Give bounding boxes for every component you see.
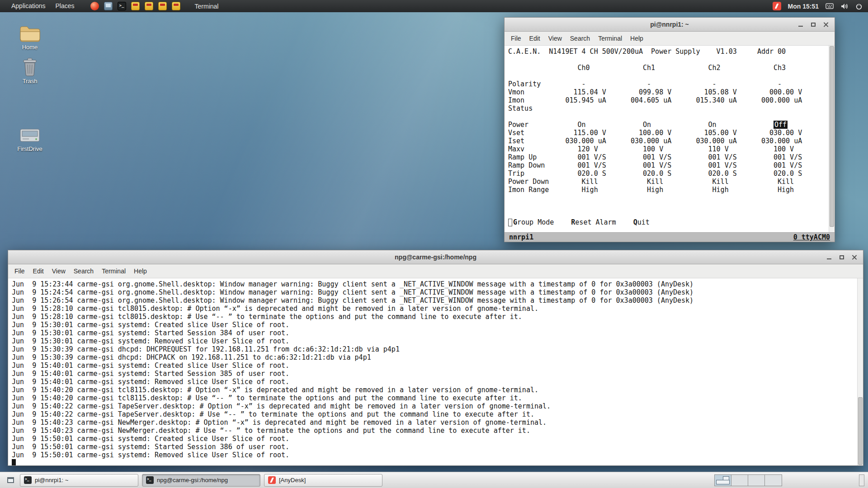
menu-file[interactable]: File: [507, 35, 525, 42]
task-label: [AnyDesk]: [279, 477, 306, 483]
log-scrollbar[interactable]: [857, 278, 863, 465]
menu-search[interactable]: Search: [566, 35, 594, 42]
caen-actions-row: Group ModeReset AlarmQuit: [508, 218, 835, 226]
menu-search[interactable]: Search: [70, 267, 98, 275]
caen-terminal-window: pi@nnrpi1: ~ FileEditViewSearchTerminalH…: [504, 17, 835, 242]
caen-titlebar[interactable]: pi@nnrpi1: ~: [505, 18, 835, 32]
menu-file[interactable]: File: [10, 267, 29, 275]
window-title: pi@nnrpi1: ~: [505, 21, 835, 28]
terminal-icon: [24, 476, 32, 484]
panel-status-area: Mon 15:51: [773, 2, 863, 10]
caen-screen: C.A.E.N. N1419ET 4 CH 500V/200uA Power S…: [505, 46, 835, 194]
minimize-button[interactable]: [825, 253, 834, 262]
terminal-icon: [146, 476, 154, 484]
task-label: npg@carme-gsi:/home/npg: [157, 477, 228, 483]
menu-edit[interactable]: Edit: [525, 35, 544, 42]
panel-terminal-label[interactable]: Terminal: [195, 3, 219, 10]
caen-status-bar: nnrpi1 0 ttyACM0: [505, 232, 835, 242]
removable-drive-icon: [19, 127, 41, 144]
bottom-taskbar: pi@nnrpi1: ~npg@carme-gsi:/home/npg[AnyD…: [0, 472, 868, 488]
window-controls: [796, 20, 835, 29]
window-title: npg@carme-gsi:/home/npg: [8, 253, 863, 261]
scrollbar-thumb[interactable]: [858, 397, 863, 465]
panel-launchers: [90, 2, 180, 10]
trash-icon: [21, 57, 39, 76]
close-button[interactable]: [821, 20, 830, 29]
desktop-icon-label: Home: [8, 44, 52, 51]
log-screen: Jun 9 15:23:44 carme-gsi org.gnome.Shell…: [8, 278, 863, 465]
workspace-mini-window: [716, 480, 730, 484]
menu-view[interactable]: View: [48, 267, 70, 275]
task-button-2[interactable]: [AnyDesk]: [264, 474, 382, 487]
maximize-button[interactable]: [837, 253, 846, 262]
caen-menubar: FileEditViewSearchTerminalHelp: [505, 32, 835, 46]
files-launcher-icon[interactable]: [104, 2, 113, 10]
panel-handle[interactable]: [859, 474, 864, 486]
terminal-launcher-icon[interactable]: [118, 2, 126, 10]
workspace-3[interactable]: [748, 475, 765, 486]
menu-view[interactable]: View: [544, 35, 566, 42]
home-folder-icon: [19, 24, 41, 42]
caen-scrollbar[interactable]: [829, 46, 835, 232]
panel-menu-applications[interactable]: Applications: [6, 0, 51, 12]
workspace-1[interactable]: [715, 475, 731, 486]
minimize-button[interactable]: [796, 20, 805, 29]
terminal-cursor: [12, 459, 16, 465]
caen-action-reset-alarm[interactable]: Reset Alarm: [571, 218, 616, 226]
menu-terminal[interactable]: Terminal: [594, 35, 626, 42]
menu-help[interactable]: Help: [626, 35, 647, 42]
caen-action-quit[interactable]: Quit: [633, 218, 650, 226]
volume-icon[interactable]: [840, 3, 849, 10]
keyboard-indicator-icon[interactable]: [826, 3, 834, 9]
log-titlebar[interactable]: npg@carme-gsi:/home/npg: [8, 250, 863, 264]
top-panel: ApplicationsPlaces Terminal Mon 15:51: [0, 0, 868, 12]
yellow-app-launcher-icon-3[interactable]: [158, 2, 167, 10]
desktop-icon-trash[interactable]: Trash: [8, 57, 52, 84]
desktop-icon-home[interactable]: Home: [8, 24, 52, 51]
maximize-button[interactable]: [809, 20, 818, 29]
menu-help[interactable]: Help: [130, 267, 151, 275]
power-icon[interactable]: [855, 3, 863, 10]
show-desktop-icon: [7, 477, 14, 483]
anydesk-tray-icon[interactable]: [773, 2, 781, 10]
workspace-switcher: [714, 474, 782, 486]
panel-menu-places[interactable]: Places: [51, 0, 80, 12]
yellow-app-launcher-icon-2[interactable]: [145, 2, 153, 10]
caen-action-group-mode[interactable]: Group Mode: [513, 218, 554, 226]
desktop-icon-firstdrive[interactable]: FirstDrive: [8, 127, 52, 152]
workspace-4[interactable]: [765, 475, 782, 486]
power-off-cell: Off: [774, 121, 788, 129]
red-orb-launcher-icon[interactable]: [90, 2, 99, 10]
desktop-icon-label: FirstDrive: [8, 145, 52, 152]
terminal-cursor-inactive: [508, 219, 512, 226]
desktop-icon-label: Trash: [8, 78, 52, 84]
log-terminal-window: npg@carme-gsi:/home/npg FileEditViewSear…: [8, 250, 863, 466]
menu-edit[interactable]: Edit: [29, 267, 48, 275]
yellow-app-launcher-icon-1[interactable]: [131, 2, 140, 10]
log-terminal-area[interactable]: Jun 9 15:23:44 carme-gsi org.gnome.Shell…: [8, 278, 863, 465]
anydesk-icon: [268, 476, 276, 484]
task-label: pi@nnrpi1: ~: [35, 477, 68, 483]
window-controls: [825, 253, 863, 262]
caen-status-host: nnrpi1: [509, 233, 533, 241]
show-desktop-button[interactable]: [5, 474, 16, 486]
clock[interactable]: Mon 15:51: [788, 3, 819, 10]
panel-menus: ApplicationsPlaces: [6, 0, 80, 12]
taskbar-window-list: pi@nnrpi1: ~npg@carme-gsi:/home/npg[AnyD…: [20, 474, 382, 487]
caen-status-port: 0 ttyACM0: [793, 233, 830, 241]
log-menubar: FileEditViewSearchTerminalHelp: [8, 264, 863, 278]
scrollbar-thumb[interactable]: [830, 46, 834, 227]
task-button-0[interactable]: pi@nnrpi1: ~: [20, 474, 138, 487]
workspace-2[interactable]: [731, 475, 748, 486]
close-button[interactable]: [850, 253, 859, 262]
menu-terminal[interactable]: Terminal: [98, 267, 130, 275]
yellow-app-launcher-icon-4[interactable]: [172, 2, 180, 10]
task-button-1[interactable]: npg@carme-gsi:/home/npg: [142, 474, 260, 487]
caen-terminal-area[interactable]: C.A.E.N. N1419ET 4 CH 500V/200uA Power S…: [505, 46, 835, 242]
